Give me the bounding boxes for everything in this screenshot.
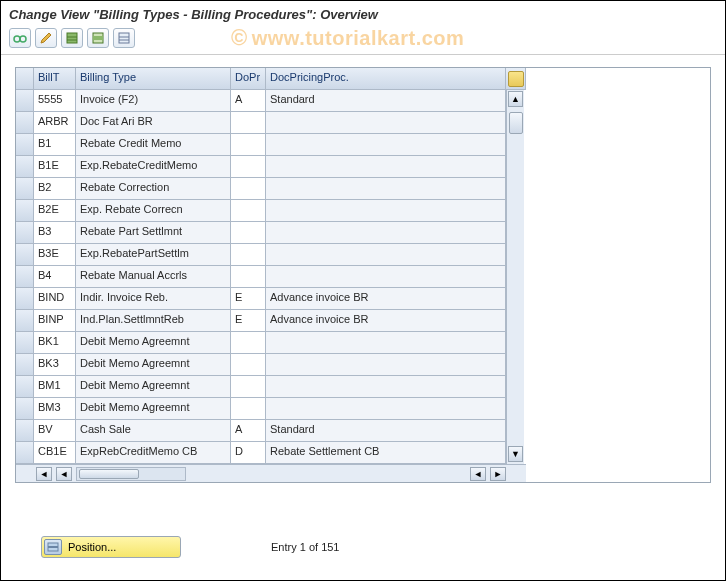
cell-dopr[interactable] xyxy=(231,156,266,178)
table-row: B1EExp.RebateCreditMemo xyxy=(16,156,506,178)
cell-docpricingproc xyxy=(266,398,506,420)
svg-rect-2 xyxy=(67,33,77,43)
table-row: B2Rebate Correction xyxy=(16,178,506,200)
other-view-button[interactable] xyxy=(9,28,31,48)
table-row: BK3Debit Memo Agreemnt xyxy=(16,354,506,376)
table-row: BINPInd.Plan.SettlmntRebEAdvance invoice… xyxy=(16,310,506,332)
table-row: CB1EExpRebCreditMemo CBDRebate Settlemen… xyxy=(16,442,506,464)
row-selector-header[interactable] xyxy=(16,68,34,90)
table-row: B4Rebate Manual Accrls xyxy=(16,266,506,288)
row-selector[interactable] xyxy=(16,244,34,266)
cell-billt[interactable]: BINP xyxy=(34,310,76,332)
table-settings-button[interactable] xyxy=(506,68,526,90)
cell-billt[interactable]: BM3 xyxy=(34,398,76,420)
cell-docpricingproc xyxy=(266,178,506,200)
select-all-button[interactable] xyxy=(61,28,83,48)
cell-docpricingproc: Rebate Settlement CB xyxy=(266,442,506,464)
change-button[interactable] xyxy=(35,28,57,48)
cell-dopr[interactable]: E xyxy=(231,310,266,332)
cell-billt[interactable]: ARBR xyxy=(34,112,76,134)
cell-docpricingproc xyxy=(266,244,506,266)
cell-billt[interactable]: B3E xyxy=(34,244,76,266)
cell-billt[interactable]: B2E xyxy=(34,200,76,222)
hscroll-left-1[interactable]: ◄ xyxy=(36,467,52,481)
cell-docpricingproc xyxy=(266,354,506,376)
table-row: BM1Debit Memo Agreemnt xyxy=(16,376,506,398)
row-selector[interactable] xyxy=(16,156,34,178)
cell-billt[interactable]: B4 xyxy=(34,266,76,288)
cell-billt[interactable]: CB1E xyxy=(34,442,76,464)
cell-billt[interactable]: BV xyxy=(34,420,76,442)
row-selector[interactable] xyxy=(16,178,34,200)
cell-dopr[interactable] xyxy=(231,222,266,244)
col-header-billing-type[interactable]: Billing Type xyxy=(76,68,231,90)
hscroll-right-2[interactable]: ► xyxy=(490,467,506,481)
position-button[interactable]: Position... xyxy=(41,536,181,558)
row-selector[interactable] xyxy=(16,310,34,332)
cell-billt[interactable]: B1E xyxy=(34,156,76,178)
row-selector[interactable] xyxy=(16,376,34,398)
row-selector[interactable] xyxy=(16,200,34,222)
svg-rect-6 xyxy=(93,36,103,40)
cell-billt[interactable]: BM1 xyxy=(34,376,76,398)
row-selector[interactable] xyxy=(16,398,34,420)
cell-billt[interactable]: BK1 xyxy=(34,332,76,354)
row-selector[interactable] xyxy=(16,112,34,134)
cell-dopr[interactable] xyxy=(231,398,266,420)
cell-dopr[interactable] xyxy=(231,112,266,134)
cell-billing-type: ExpRebCreditMemo CB xyxy=(76,442,231,464)
row-selector[interactable] xyxy=(16,266,34,288)
col-header-billt[interactable]: BillT xyxy=(34,68,76,90)
cell-billt[interactable]: B1 xyxy=(34,134,76,156)
cell-billing-type: Invoice (F2) xyxy=(76,90,231,112)
vscroll-thumb[interactable] xyxy=(509,112,523,134)
cell-docpricingproc xyxy=(266,332,506,354)
cell-dopr[interactable] xyxy=(231,178,266,200)
cell-dopr[interactable] xyxy=(231,376,266,398)
col-header-docpricingproc[interactable]: DocPricingProc. xyxy=(266,68,506,90)
row-selector[interactable] xyxy=(16,288,34,310)
cell-billing-type: Exp. Rebate Correcn xyxy=(76,200,231,222)
cell-dopr[interactable] xyxy=(231,266,266,288)
cell-dopr[interactable] xyxy=(231,200,266,222)
row-selector[interactable] xyxy=(16,90,34,112)
horizontal-scrollbar[interactable]: ◄ ◄ ◄ ► xyxy=(16,464,526,482)
hscroll-right-1[interactable]: ◄ xyxy=(470,467,486,481)
row-selector[interactable] xyxy=(16,420,34,442)
row-selector[interactable] xyxy=(16,332,34,354)
footer: Position... Entry 1 of 151 xyxy=(41,536,340,558)
row-selector[interactable] xyxy=(16,222,34,244)
table-row: BM3Debit Memo Agreemnt xyxy=(16,398,506,420)
cell-billt[interactable]: BIND xyxy=(34,288,76,310)
row-selector[interactable] xyxy=(16,442,34,464)
cell-dopr[interactable] xyxy=(231,354,266,376)
cell-billt[interactable]: B3 xyxy=(34,222,76,244)
deselect-button[interactable] xyxy=(113,28,135,48)
cell-dopr[interactable] xyxy=(231,244,266,266)
row-selector[interactable] xyxy=(16,134,34,156)
cell-dopr[interactable]: D xyxy=(231,442,266,464)
cell-billt[interactable]: B2 xyxy=(34,178,76,200)
cell-billt[interactable]: 5555 xyxy=(34,90,76,112)
cell-billing-type: Cash Sale xyxy=(76,420,231,442)
hscroll-left-2[interactable]: ◄ xyxy=(56,467,72,481)
col-header-dopr[interactable]: DoPr xyxy=(231,68,266,90)
cell-dopr[interactable]: A xyxy=(231,420,266,442)
cell-dopr[interactable]: E xyxy=(231,288,266,310)
hscroll-track-1[interactable] xyxy=(76,467,186,481)
select-block-button[interactable] xyxy=(87,28,109,48)
cell-dopr[interactable] xyxy=(231,332,266,354)
cell-docpricingproc xyxy=(266,222,506,244)
cell-billt[interactable]: BK3 xyxy=(34,354,76,376)
cell-dopr[interactable]: A xyxy=(231,90,266,112)
vscroll-up[interactable]: ▲ xyxy=(508,91,523,107)
cell-docpricingproc xyxy=(266,200,506,222)
row-selector[interactable] xyxy=(16,354,34,376)
cell-billing-type: Doc Fat Ari BR xyxy=(76,112,231,134)
cell-docpricingproc xyxy=(266,134,506,156)
cell-billing-type: Exp.RebateCreditMemo xyxy=(76,156,231,178)
toolbar xyxy=(1,26,725,55)
cell-dopr[interactable] xyxy=(231,134,266,156)
vertical-scrollbar[interactable]: ▲▼ xyxy=(506,90,524,464)
vscroll-down[interactable]: ▼ xyxy=(508,446,523,462)
